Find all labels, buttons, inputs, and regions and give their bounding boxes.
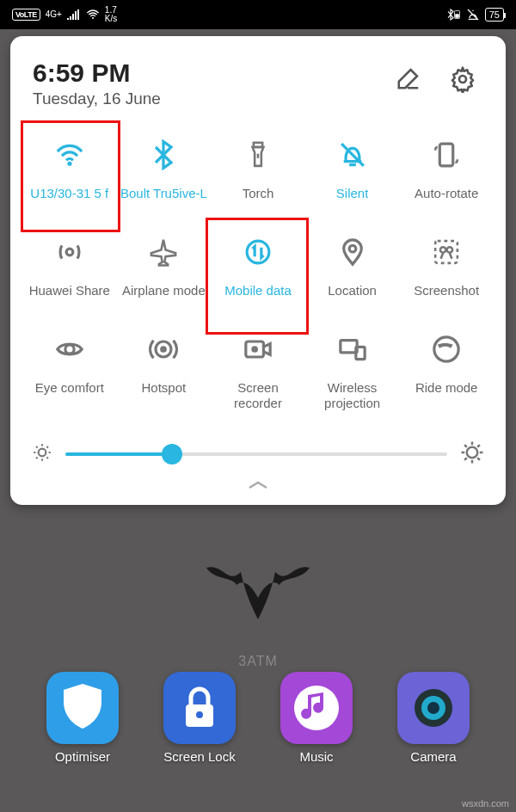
location-icon [337, 233, 368, 271]
tile-torch[interactable]: Torch [211, 126, 305, 223]
svg-rect-20 [355, 347, 364, 359]
wallpaper-bat-icon [198, 559, 318, 628]
panel-handle[interactable] [22, 474, 494, 496]
svg-rect-7 [439, 144, 452, 166]
gear-icon [449, 65, 476, 93]
tile-label: Eye comfort [35, 380, 104, 397]
svg-point-8 [66, 249, 73, 255]
svg-point-21 [434, 336, 458, 360]
time-display: 6:59 PM [33, 58, 161, 88]
tile-projection[interactable]: Wireless projection [305, 320, 400, 434]
tile-wifi[interactable]: U13/30-31 5 f [22, 126, 117, 223]
volte-badge: VoLTE [12, 9, 40, 21]
tile-label: Huawei Share [29, 283, 110, 299]
silent-icon [337, 136, 368, 174]
chevron-up-icon [246, 479, 270, 491]
svg-point-10 [349, 245, 356, 252]
svg-point-14 [65, 344, 74, 353]
tile-screenrec[interactable]: Screen recorder [211, 320, 305, 434]
svg-point-29 [427, 702, 439, 714]
tile-ridemode[interactable]: Ride mode [399, 320, 494, 434]
huaweishare-icon [54, 233, 85, 271]
app-lock[interactable]: Screen Lock [163, 672, 236, 764]
music-icon [280, 672, 353, 744]
tile-label: Torch [243, 186, 274, 202]
status-left: VoLTE 4G+ 1.7 K/s [12, 6, 117, 23]
svg-point-12 [440, 247, 445, 252]
tile-label: Silent [336, 186, 369, 202]
tile-label: Ride mode [415, 380, 478, 397]
tile-airplane[interactable]: Airplane mode [117, 223, 212, 320]
brightness-track[interactable] [65, 452, 447, 456]
tiles-grid: U13/30-31 5 fBoult Tru5ive-LTorchSilentA… [22, 126, 494, 433]
silent-icon [466, 8, 480, 22]
svg-point-25 [196, 711, 203, 718]
svg-point-22 [39, 449, 46, 457]
dock: OptimiserScreen LockMusicCamera [0, 672, 516, 764]
app-camera[interactable]: Camera [397, 672, 470, 764]
brightness-thumb[interactable] [162, 444, 182, 464]
svg-rect-2 [455, 14, 459, 18]
tile-screenshot[interactable]: Screenshot [399, 223, 494, 320]
airplane-icon [148, 233, 179, 271]
speed-indicator: 1.7 K/s [105, 6, 117, 23]
tile-label: Hotspot [142, 380, 187, 397]
screenrec-icon [243, 330, 273, 368]
brightness-fill [65, 452, 172, 456]
tile-hotspot[interactable]: Hotspot [117, 320, 212, 434]
lock-icon [163, 672, 236, 744]
bluetooth-icon [148, 136, 179, 174]
watermark: wsxdn.com [462, 798, 509, 809]
status-right: 75 [445, 8, 504, 22]
svg-point-4 [67, 162, 71, 166]
svg-point-3 [459, 76, 466, 83]
svg-rect-11 [435, 241, 458, 263]
tile-label: Boult Tru5ive-L [120, 186, 207, 202]
brightness-high-icon [459, 440, 485, 469]
tile-label: Screen recorder [212, 380, 304, 413]
wallpaper-text: 3ATM [238, 654, 277, 669]
svg-point-0 [92, 17, 94, 19]
tile-bluetooth[interactable]: Boult Tru5ive-L [117, 126, 212, 223]
torch-icon [243, 136, 273, 174]
panel-header: 6:59 PM Tuesday, 16 June [22, 58, 494, 126]
status-bar: VoLTE 4G+ 1.7 K/s 75 [0, 0, 516, 29]
app-label: Music [299, 749, 333, 764]
svg-point-15 [161, 346, 168, 353]
camera-icon [397, 672, 470, 744]
brightness-slider[interactable] [22, 433, 494, 474]
app-label: Optimiser [55, 749, 110, 764]
wifi-icon [86, 9, 100, 20]
tile-label: Location [328, 283, 377, 299]
tile-label: U13/30-31 5 f [30, 186, 108, 202]
projection-icon [337, 330, 368, 368]
hotspot-icon [148, 330, 179, 368]
tile-autorotate[interactable]: Auto-rotate [399, 126, 494, 223]
network-type: 4G+ [46, 10, 62, 19]
wifi-icon [54, 136, 85, 174]
svg-point-9 [247, 241, 269, 263]
app-music[interactable]: Music [280, 672, 353, 764]
date-display: Tuesday, 16 June [33, 89, 161, 108]
app-shield[interactable]: Optimiser [46, 672, 119, 764]
tile-eyecomfort[interactable]: Eye comfort [22, 320, 117, 434]
shield-icon [46, 672, 119, 744]
settings-button[interactable] [442, 58, 483, 103]
brightness-low-icon [31, 441, 53, 467]
tile-label: Mobile data [224, 283, 292, 299]
quick-settings-panel: 6:59 PM Tuesday, 16 June U13/30-31 5 fBo… [10, 36, 506, 505]
svg-point-18 [251, 346, 258, 353]
tile-mobiledata[interactable]: Mobile data [211, 223, 305, 320]
tile-location[interactable]: Location [305, 223, 400, 320]
tile-huaweishare[interactable]: Huawei Share [22, 223, 117, 320]
tile-label: Screenshot [414, 283, 479, 299]
tile-label: Wireless projection [307, 380, 398, 413]
tile-silent[interactable]: Silent [305, 126, 400, 223]
screenshot-icon [431, 233, 462, 271]
svg-point-23 [467, 447, 478, 458]
autorotate-icon [431, 136, 462, 174]
eyecomfort-icon [54, 330, 85, 368]
svg-point-13 [447, 247, 452, 252]
battery-indicator: 75 [485, 8, 504, 22]
edit-button[interactable] [389, 58, 428, 102]
